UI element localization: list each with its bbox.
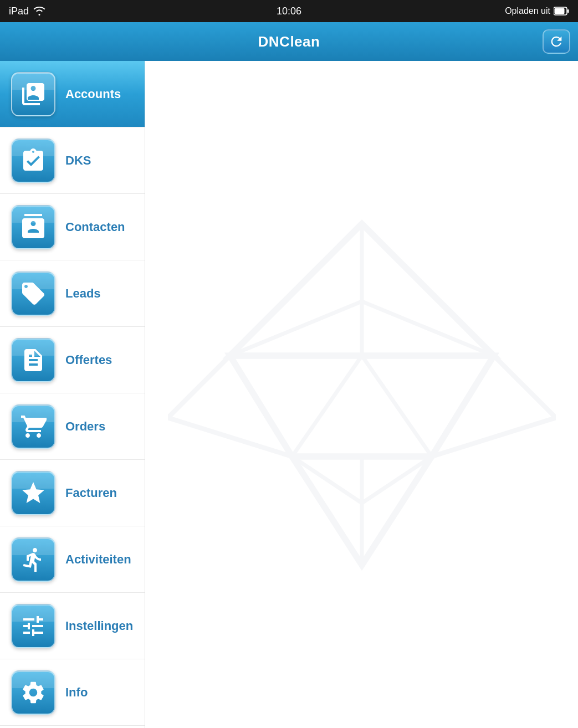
address-book-icon — [11, 72, 55, 116]
svg-line-8 — [362, 356, 432, 457]
svg-rect-2 — [555, 8, 565, 14]
wifi-icon — [33, 7, 45, 16]
activiteiten-svg — [20, 546, 47, 573]
sidebar-item-leads[interactable]: Leads — [0, 260, 145, 327]
sidebar-item-activiteiten[interactable]: Activiteiten — [0, 526, 145, 593]
activiteiten-label: Activiteiten — [65, 552, 131, 567]
cart-icon — [11, 404, 55, 449]
accounts-svg — [20, 81, 47, 107]
leads-label: Leads — [65, 286, 101, 301]
facturen-label: Facturen — [65, 486, 117, 500]
contacten-label: Contacten — [65, 220, 125, 234]
status-bar: iPad 10:06 Opladen uit — [0, 0, 578, 22]
watermark-graphic — [168, 201, 556, 588]
sidebar-item-contacten[interactable]: Contacten — [0, 194, 145, 260]
offertes-label: Offertes — [65, 353, 112, 367]
facturen-svg — [20, 480, 47, 506]
refresh-button[interactable] — [543, 29, 570, 54]
dks-label: DKS — [65, 153, 91, 168]
content-area — [145, 61, 578, 728]
svg-line-13 — [362, 457, 432, 503]
svg-line-5 — [230, 301, 362, 356]
info-label: Info — [65, 685, 88, 700]
sidebar-item-instellingen[interactable]: Instellingen — [0, 593, 145, 659]
sidebar-item-orders[interactable]: Orders — [0, 393, 145, 460]
status-time: 10:06 — [277, 6, 301, 17]
dks-svg — [20, 147, 47, 174]
status-left: iPad — [9, 6, 45, 17]
main-layout: Accounts DKS Contacten — [0, 61, 578, 728]
sidebar-item-facturen[interactable]: Facturen — [0, 460, 145, 526]
svg-line-9 — [292, 356, 362, 457]
charging-label: Opladen uit — [505, 6, 550, 16]
orders-svg — [20, 413, 47, 440]
status-right: Opladen uit — [505, 6, 569, 16]
clipboard-icon — [11, 139, 55, 183]
orders-label: Orders — [65, 419, 105, 434]
sidebar-item-dks[interactable]: DKS — [0, 127, 145, 194]
sidebar-item-offertes[interactable]: Offertes — [0, 327, 145, 393]
tag-icon — [11, 271, 55, 316]
app-header: DNClean — [0, 22, 578, 61]
contacten-svg — [20, 214, 47, 240]
offertes-svg — [20, 347, 47, 373]
contact-card-icon — [11, 205, 55, 249]
star-icon — [11, 471, 55, 515]
svg-line-15 — [494, 356, 556, 418]
sliders-icon — [11, 604, 55, 648]
device-label: iPad — [9, 6, 29, 17]
leads-svg — [20, 280, 47, 307]
refresh-icon — [549, 34, 564, 49]
gear-icon — [11, 670, 55, 715]
accounts-label: Accounts — [65, 87, 121, 101]
sidebar-item-info[interactable]: Info — [0, 659, 145, 726]
svg-line-14 — [168, 356, 230, 418]
svg-line-12 — [292, 457, 362, 503]
app-title: DNClean — [258, 33, 320, 50]
instellingen-svg — [20, 613, 47, 639]
battery-icon — [554, 7, 569, 16]
svg-rect-1 — [567, 9, 569, 13]
run-icon — [11, 537, 55, 582]
document-icon — [11, 338, 55, 382]
sidebar: Accounts DKS Contacten — [0, 61, 145, 728]
info-svg — [20, 679, 47, 706]
sidebar-item-accounts[interactable]: Accounts — [0, 61, 145, 127]
svg-line-6 — [362, 301, 494, 356]
svg-marker-7 — [230, 356, 494, 457]
instellingen-label: Instellingen — [65, 619, 133, 633]
